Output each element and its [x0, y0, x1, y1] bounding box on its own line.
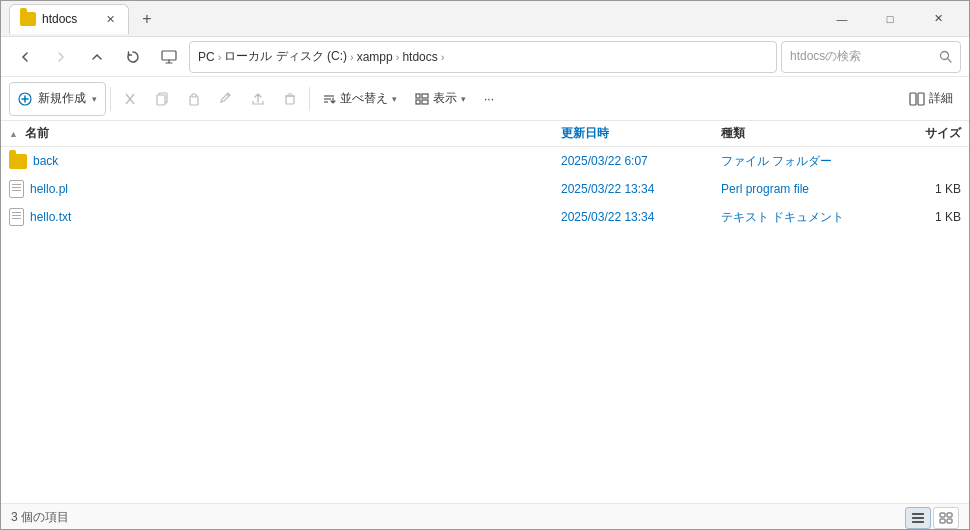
active-tab[interactable]: htdocs ✕: [9, 4, 129, 34]
view-chevron: ▾: [461, 94, 466, 104]
file-size-hello-txt: 1 KB: [881, 210, 961, 224]
delete-button[interactable]: [275, 82, 305, 116]
svg-rect-24: [912, 513, 924, 515]
rename-icon: [219, 92, 233, 106]
paste-button[interactable]: [179, 82, 209, 116]
file-size-hello-pl: 1 KB: [881, 182, 961, 196]
file-type-hello-pl: Perl program file: [721, 182, 881, 196]
sort-chevron: ▾: [392, 94, 397, 104]
pc-icon-button[interactable]: [153, 41, 185, 73]
separator-1: [110, 87, 111, 111]
tab-folder-icon: [20, 12, 36, 26]
folder-icon: [9, 154, 27, 169]
item-count: 3 個の項目: [11, 509, 69, 526]
list-view-button[interactable]: [905, 507, 931, 529]
new-label: 新規作成: [38, 90, 86, 107]
nav-bar: PC › ローカル ディスク (C:) › xampp › htdocs › h…: [1, 37, 969, 77]
sort-button[interactable]: 並べ替え ▾: [314, 82, 405, 116]
svg-rect-22: [910, 93, 916, 105]
header-name[interactable]: ▲ 名前: [9, 125, 561, 142]
window-controls: — □ ✕: [819, 4, 961, 34]
tab-close-button[interactable]: ✕: [102, 11, 118, 27]
minimize-button[interactable]: —: [819, 4, 865, 34]
svg-line-2: [948, 59, 952, 63]
view-label: 表示: [433, 90, 457, 107]
list-view-icon: [911, 512, 925, 524]
share-button[interactable]: [243, 82, 273, 116]
close-button[interactable]: ✕: [915, 4, 961, 34]
file-name-hello-txt: hello.txt: [30, 210, 71, 224]
details-label: 詳細: [929, 90, 953, 107]
rename-button[interactable]: [211, 82, 241, 116]
file-row-hello-pl[interactable]: hello.pl 2025/03/22 13:34 Perl program f…: [1, 175, 969, 203]
svg-rect-20: [422, 94, 428, 98]
file-name-back: back: [33, 154, 58, 168]
view-button[interactable]: 表示 ▾: [407, 82, 474, 116]
file-name-cell-back: back: [9, 154, 561, 169]
svg-rect-21: [422, 100, 428, 104]
refresh-button[interactable]: [117, 41, 149, 73]
sort-icon: [322, 92, 336, 106]
breadcrumb-htdocs: htdocs: [402, 50, 437, 64]
sort-label: 並べ替え: [340, 90, 388, 107]
status-view-buttons: [905, 507, 959, 529]
search-icon: [939, 50, 952, 63]
svg-rect-23: [918, 93, 924, 105]
plus-icon: [18, 92, 32, 106]
content-area: ▲ 名前 更新日時 種類 サイズ back 2025/03/22 6:07 ファ…: [1, 121, 969, 503]
breadcrumb-pc: PC: [198, 50, 215, 64]
file-name-cell-hello-txt: hello.txt: [9, 208, 561, 226]
back-button[interactable]: [9, 41, 41, 73]
svg-rect-13: [286, 96, 294, 104]
tab-label: htdocs: [42, 12, 77, 26]
header-date[interactable]: 更新日時: [561, 125, 721, 142]
file-name-hello-pl: hello.pl: [30, 182, 68, 196]
view-icon: [415, 92, 429, 106]
breadcrumb-xampp: xampp: [357, 50, 393, 64]
header-size[interactable]: サイズ: [881, 125, 961, 142]
breadcrumb-drive: ローカル ディスク (C:): [224, 48, 347, 65]
file-row-hello-txt[interactable]: hello.txt 2025/03/22 13:34 テキスト ドキュメント 1…: [1, 203, 969, 231]
new-button[interactable]: 新規作成 ▾: [9, 82, 106, 116]
file-type-back: ファイル フォルダー: [721, 153, 881, 170]
svg-rect-9: [157, 95, 165, 105]
more-button[interactable]: ···: [476, 82, 502, 116]
doc-icon-pl: [9, 180, 24, 198]
file-date-hello-txt: 2025/03/22 13:34: [561, 210, 721, 224]
svg-rect-27: [940, 513, 945, 517]
file-list-container: ▲ 名前 更新日時 種類 サイズ back 2025/03/22 6:07 ファ…: [1, 121, 969, 503]
svg-rect-26: [912, 521, 924, 523]
paste-icon: [187, 92, 201, 106]
search-placeholder: htdocsの検索: [790, 48, 861, 65]
share-icon: [251, 92, 265, 106]
new-chevron: ▾: [92, 94, 97, 104]
doc-icon-txt: [9, 208, 24, 226]
grid-view-button[interactable]: [933, 507, 959, 529]
separator-2: [309, 87, 310, 111]
tab-area: htdocs ✕ +: [9, 4, 819, 34]
file-date-back: 2025/03/22 6:07: [561, 154, 721, 168]
file-type-hello-txt: テキスト ドキュメント: [721, 209, 881, 226]
cut-button[interactable]: [115, 82, 145, 116]
delete-icon: [283, 92, 297, 106]
svg-rect-28: [947, 513, 952, 517]
svg-rect-11: [192, 94, 196, 97]
cut-icon: [123, 92, 137, 106]
toolbar: 新規作成 ▾ 並べ替え ▾ 表示 ▾ ··· 詳細: [1, 77, 969, 121]
forward-button[interactable]: [45, 41, 77, 73]
svg-rect-18: [416, 94, 420, 98]
svg-rect-29: [940, 519, 945, 523]
maximize-button[interactable]: □: [867, 4, 913, 34]
up-button[interactable]: [81, 41, 113, 73]
file-name-cell-hello-pl: hello.pl: [9, 180, 561, 198]
title-bar: htdocs ✕ + — □ ✕: [1, 1, 969, 37]
file-row-back[interactable]: back 2025/03/22 6:07 ファイル フォルダー: [1, 147, 969, 175]
new-tab-button[interactable]: +: [133, 5, 161, 33]
svg-rect-25: [912, 517, 924, 519]
header-type[interactable]: 種類: [721, 125, 881, 142]
details-button[interactable]: 詳細: [901, 82, 961, 116]
copy-button[interactable]: [147, 82, 177, 116]
details-icon: [909, 92, 925, 106]
search-box[interactable]: htdocsの検索: [781, 41, 961, 73]
address-bar[interactable]: PC › ローカル ディスク (C:) › xampp › htdocs ›: [189, 41, 777, 73]
